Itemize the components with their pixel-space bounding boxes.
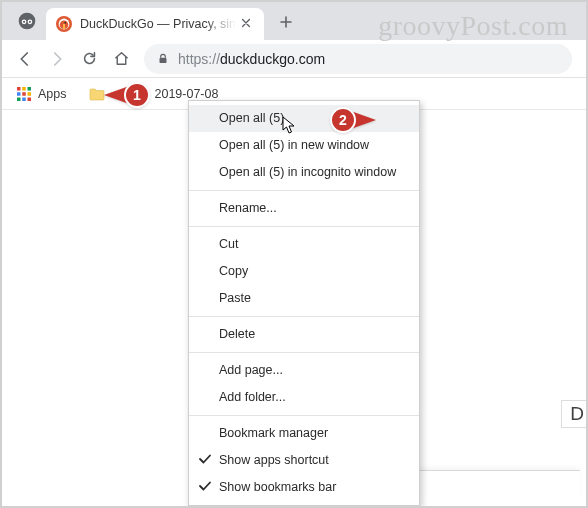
menu-show-bookmarks-label: Show bookmarks bar [219, 480, 336, 494]
menu-separator [189, 415, 419, 416]
svg-point-0 [19, 13, 36, 30]
check-icon [198, 452, 212, 466]
tab-title: DuckDuckGo — Privacy, simplified. [80, 17, 236, 31]
menu-add-folder[interactable]: Add folder... [189, 384, 419, 411]
url-text: https://duckduckgo.com [178, 51, 325, 67]
svg-rect-17 [17, 97, 21, 101]
menu-show-apps-shortcut[interactable]: Show apps shortcut [189, 447, 419, 474]
svg-rect-19 [28, 97, 32, 101]
apps-grid-icon [16, 86, 32, 102]
menu-separator [189, 352, 419, 353]
check-icon [198, 479, 212, 493]
svg-rect-14 [17, 92, 21, 96]
svg-rect-10 [160, 57, 167, 62]
duckduckgo-favicon-icon [56, 16, 72, 32]
apps-shortcut[interactable]: Apps [12, 78, 71, 109]
reload-button[interactable] [74, 44, 104, 74]
svg-rect-12 [22, 87, 26, 91]
svg-point-4 [29, 21, 31, 23]
svg-rect-8 [63, 24, 65, 29]
partial-offscreen-letter: D [561, 400, 588, 428]
menu-open-all-new-window[interactable]: Open all (5) in new window [189, 132, 419, 159]
annotation-number: 1 [124, 82, 150, 108]
menu-separator [189, 190, 419, 191]
bookmark-context-menu: Open all (5) Open all (5) in new window … [188, 100, 420, 506]
menu-rename[interactable]: Rename... [189, 195, 419, 222]
annotation-callout-1: 1 [104, 82, 150, 108]
svg-rect-16 [28, 92, 32, 96]
browser-incognito-icon [14, 8, 40, 34]
svg-rect-11 [17, 87, 21, 91]
apps-label: Apps [38, 87, 67, 101]
tab-strip: DuckDuckGo — Privacy, simplified. [2, 2, 586, 40]
svg-point-9 [64, 22, 66, 24]
svg-rect-15 [22, 92, 26, 96]
bookmark-folder-date-label: 2019-07-08 [155, 87, 219, 101]
folder-icon [89, 87, 105, 101]
browser-tab[interactable]: DuckDuckGo — Privacy, simplified. [46, 8, 264, 40]
back-button[interactable] [10, 44, 40, 74]
lock-icon [156, 52, 170, 66]
menu-add-page[interactable]: Add page... [189, 357, 419, 384]
menu-paste[interactable]: Paste [189, 285, 419, 312]
menu-open-all[interactable]: Open all (5) [189, 105, 419, 132]
menu-show-apps-label: Show apps shortcut [219, 453, 329, 467]
menu-separator [189, 316, 419, 317]
svg-rect-13 [28, 87, 32, 91]
new-tab-button[interactable] [272, 8, 300, 36]
svg-rect-18 [22, 97, 26, 101]
menu-copy[interactable]: Copy [189, 258, 419, 285]
menu-delete[interactable]: Delete [189, 321, 419, 348]
annotation-number: 2 [330, 107, 356, 133]
menu-show-bookmarks-bar[interactable]: Show bookmarks bar [189, 474, 419, 501]
forward-button[interactable] [42, 44, 72, 74]
address-bar[interactable]: https://duckduckgo.com [144, 44, 572, 74]
menu-cut[interactable]: Cut [189, 231, 419, 258]
close-tab-icon[interactable] [240, 17, 254, 31]
annotation-callout-2: 2 [330, 107, 376, 133]
menu-separator [189, 226, 419, 227]
svg-point-3 [23, 21, 25, 23]
home-button[interactable] [106, 44, 136, 74]
toolbar: https://duckduckgo.com [2, 40, 586, 78]
menu-bookmark-manager[interactable]: Bookmark manager [189, 420, 419, 447]
menu-open-all-incognito[interactable]: Open all (5) in incognito window [189, 159, 419, 186]
